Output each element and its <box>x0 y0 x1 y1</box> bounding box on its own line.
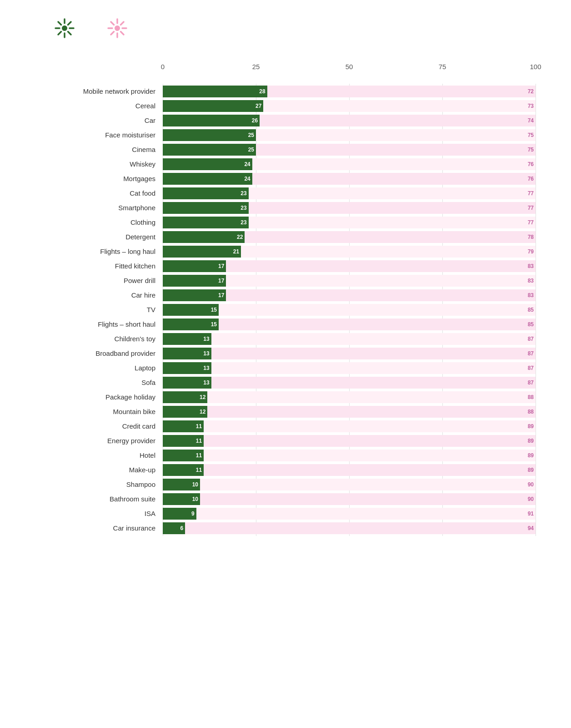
bar-track: 23 77 <box>163 202 536 214</box>
rows-container: Mobile network provider 28 72 Cereal 27 … <box>35 85 536 535</box>
table-row: Energy provider 11 89 <box>35 434 536 448</box>
row-label: Cereal <box>35 101 163 111</box>
bar-track: 27 73 <box>163 100 536 112</box>
bar-pink-label: 87 <box>528 336 534 342</box>
axis-labels: 0 25 50 75 100 <box>163 61 536 75</box>
bar-green-label: 17 <box>218 278 224 284</box>
bar-green: 24 <box>163 158 252 170</box>
bar-green: 17 <box>163 260 226 272</box>
bar-pink-label: 78 <box>528 234 534 240</box>
bar-green: 11 <box>163 464 204 476</box>
table-row: Cat food 23 77 <box>35 187 536 200</box>
bar-green: 22 <box>163 231 245 243</box>
bar-track: 25 75 <box>163 129 536 141</box>
axis-tick-100: 100 <box>530 63 541 71</box>
row-label: Mountain bike <box>35 407 163 416</box>
bar-track: 9 91 <box>163 508 536 520</box>
table-row: Flights – short haul 15 85 <box>35 318 536 331</box>
bar-green-label: 10 <box>192 496 198 502</box>
bar-pink-label: 73 <box>528 103 534 109</box>
bar-track: 13 87 <box>163 377 536 389</box>
bar-green-label: 24 <box>244 176 250 182</box>
bar-track: 10 90 <box>163 493 536 505</box>
bar-green-label: 13 <box>203 365 209 371</box>
svg-line-7 <box>68 22 71 25</box>
bar-green: 17 <box>163 275 226 287</box>
table-row: Mortgages 24 76 <box>35 172 536 186</box>
bar-pink-label: 85 <box>528 307 534 313</box>
bar-track: 23 77 <box>163 187 536 199</box>
bar-pink-label: 76 <box>528 161 534 167</box>
bar-track: 25 75 <box>163 144 536 156</box>
bar-pink-label: 83 <box>528 278 534 284</box>
row-label: Smartphone <box>35 203 163 212</box>
bar-green-label: 25 <box>248 147 254 153</box>
bar-green: 9 <box>163 508 196 520</box>
bar-track: 17 83 <box>163 289 536 301</box>
bar-pink-label: 91 <box>528 511 534 517</box>
row-label: Credit card <box>35 422 163 431</box>
row-label: Cinema <box>35 145 163 154</box>
bar-track: 13 87 <box>163 362 536 374</box>
bar-track: 21 79 <box>163 246 536 258</box>
row-label: Mobile network provider <box>35 87 163 96</box>
table-row: Hotel 11 89 <box>35 449 536 462</box>
row-label: Sofa <box>35 378 163 387</box>
table-row: Car hire 17 83 <box>35 288 536 302</box>
row-label: Hotel <box>35 451 163 460</box>
bar-green-label: 23 <box>240 219 246 226</box>
bar-pink-label: 94 <box>528 525 534 531</box>
bar-pink-label: 87 <box>528 350 534 357</box>
bar-track: 12 88 <box>163 391 536 403</box>
table-row: Power drill 17 83 <box>35 274 536 288</box>
axis-labels-row: 0 25 50 75 100 <box>35 61 536 75</box>
legend <box>27 18 544 38</box>
axis-tick-75: 75 <box>439 63 446 71</box>
chart-wrapper: Mobile network provider 28 72 Cereal 27 … <box>35 84 536 536</box>
bar-green-label: 27 <box>255 103 261 109</box>
table-row: Bathroom suite 10 90 <box>35 492 536 506</box>
vline-100 <box>536 84 536 536</box>
axis-tick-0: 0 <box>161 63 165 71</box>
bar-green-label: 13 <box>203 379 209 386</box>
bar-green: 11 <box>163 420 204 432</box>
spacer-bottom <box>35 536 536 545</box>
row-label: Package holiday <box>35 393 163 402</box>
row-label: Power drill <box>35 276 163 285</box>
table-row: Laptop 13 87 <box>35 361 536 375</box>
bar-track: 17 83 <box>163 260 536 272</box>
bar-green-label: 17 <box>218 263 224 269</box>
legend-item-2nd <box>107 18 133 38</box>
row-label: ISA <box>35 509 163 518</box>
row-label: Energy provider <box>35 436 163 445</box>
bar-pink-label: 79 <box>528 248 534 255</box>
table-row: Credit card 11 89 <box>35 420 536 433</box>
bar-track: 15 85 <box>163 318 536 330</box>
bar-green-label: 23 <box>240 205 246 211</box>
table-row: ISA 9 91 <box>35 507 536 521</box>
bar-green-label: 10 <box>192 481 198 488</box>
table-row: Flights – long haul 21 79 <box>35 245 536 258</box>
table-row: Mountain bike 12 88 <box>35 405 536 419</box>
chart-container: 0 25 50 75 100 Mobile network provider 2… <box>35 61 536 545</box>
bar-pink-label: 89 <box>528 423 534 430</box>
bar-pink-label: 77 <box>528 219 534 226</box>
spacer-top <box>35 75 536 84</box>
row-label: Detergent <box>35 233 163 242</box>
bar-green: 23 <box>163 217 249 228</box>
bar-green-label: 25 <box>248 132 254 138</box>
row-label: Laptop <box>35 364 163 373</box>
bar-green-label: 11 <box>196 452 202 459</box>
bar-track: 6 94 <box>163 522 536 534</box>
bar-green-label: 13 <box>203 350 209 357</box>
bar-track: 24 76 <box>163 158 536 170</box>
bar-pink-label: 89 <box>528 452 534 459</box>
bar-green-label: 11 <box>196 423 202 430</box>
bar-green: 11 <box>163 450 204 461</box>
bar-green-label: 9 <box>191 511 195 517</box>
bar-green-label: 26 <box>252 117 258 124</box>
row-label: Bathroom suite <box>35 495 163 504</box>
row-label: Mortgages <box>35 174 163 183</box>
bar-pink-label: 77 <box>528 205 534 211</box>
bar-pink-label: 87 <box>528 365 534 371</box>
